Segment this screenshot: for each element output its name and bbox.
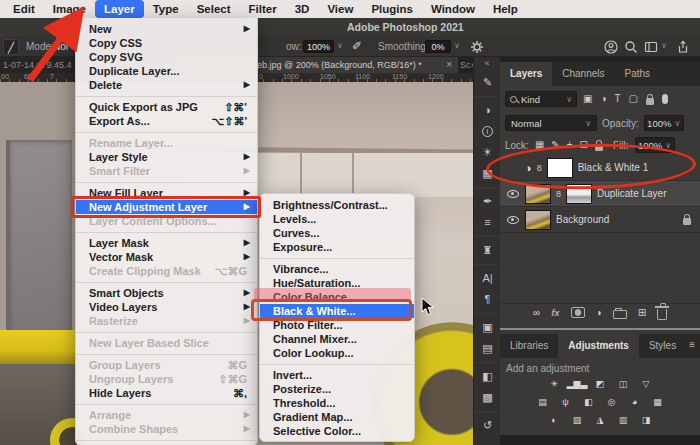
curves-adjustment-icon[interactable]: ◩	[592, 377, 608, 391]
visibility-toggle[interactable]	[505, 216, 520, 224]
menu-item-vibrance[interactable]: Vibrance...	[260, 262, 414, 276]
menu-item-levels[interactable]: Levels...	[260, 212, 414, 226]
channel-mixer-adjustment-icon[interactable]: ◕	[627, 395, 643, 409]
workspace-switcher-icon[interactable]	[644, 40, 658, 54]
airbrush-icon[interactable]: ✐	[352, 39, 362, 53]
new-group-icon[interactable]	[613, 307, 627, 319]
color-balance-adjustment-icon[interactable]: ψ	[558, 395, 574, 409]
photo-filter-adjustment-icon[interactable]: ◎	[604, 395, 620, 409]
account-icon[interactable]	[604, 40, 618, 54]
menu-item-duplicate-layer[interactable]: Duplicate Layer...	[76, 64, 257, 78]
menubar-item-window[interactable]: Window	[422, 0, 484, 18]
filter-toggle-pin[interactable]	[662, 94, 668, 104]
fill-field[interactable]: 100% ∨	[635, 137, 675, 153]
layer-row-black-white-1[interactable]: ◑ 8 Black & White 1	[500, 155, 700, 181]
menu-item-curves[interactable]: Curves...	[260, 226, 414, 240]
menubar-item-image[interactable]: Image	[44, 0, 95, 18]
menu-item-delete[interactable]: Delete▶	[76, 78, 257, 92]
brush-settings-panel-icon[interactable]: ✒	[474, 191, 501, 212]
layer-thumbnail[interactable]	[525, 210, 551, 230]
threshold-adjustment-icon[interactable]: ◮	[592, 413, 608, 427]
lock-artboard-icon[interactable]: ⊡	[580, 140, 588, 150]
brush-tool-preset-icon[interactable]: ╱	[3, 39, 19, 55]
posterize-adjustment-icon[interactable]: ▨	[569, 413, 585, 427]
share-icon[interactable]	[676, 40, 690, 54]
menubar-item-select[interactable]: Select	[188, 0, 240, 18]
tab-channels[interactable]: Channels	[552, 62, 614, 86]
flow-field[interactable]: 100%	[303, 40, 334, 53]
tab-layers[interactable]: Layers	[500, 62, 552, 86]
menu-item-layer-mask[interactable]: Layer Mask▶	[76, 236, 257, 250]
menu-item-black-white[interactable]: Black & White...	[260, 304, 414, 318]
selective-color-adjustment-icon[interactable]: ◨	[638, 413, 654, 427]
tab-adjustments[interactable]: Adjustments	[558, 334, 639, 358]
link-layers-icon[interactable]: ∞	[533, 308, 540, 318]
menu-item-new-fill-layer[interactable]: New Fill Layer▶	[76, 186, 257, 200]
levels-adjustment-icon[interactable]: ▂▆▃	[569, 377, 585, 391]
layer-name[interactable]: Black & White 1	[578, 162, 649, 173]
brightness-contrast-adjustment-icon[interactable]: ☀	[546, 377, 562, 391]
menu-item-color-balance[interactable]: Color Balance...	[260, 290, 414, 304]
layer-name[interactable]: Duplicate Layer	[597, 188, 666, 199]
lock-all-icon[interactable]	[595, 140, 603, 151]
menu-item-photo-filter[interactable]: Photo Filter...	[260, 318, 414, 332]
history-panel-icon[interactable]: ↺	[474, 415, 501, 436]
workspace-chevron-icon[interactable]: ∨	[661, 41, 667, 50]
menu-item-smart-objects[interactable]: Smart Objects▶	[76, 286, 257, 300]
filter-adjustment-layers-icon[interactable]: ◑	[600, 94, 606, 104]
menubar-item-edit[interactable]: Edit	[4, 0, 44, 18]
new-adjustment-layer-icon[interactable]: ◑	[596, 308, 602, 318]
menu-item-posterize[interactable]: Posterize...	[260, 382, 414, 396]
filter-type-layers-icon[interactable]: T	[615, 94, 621, 104]
document-tab-more[interactable]: Sc	[460, 57, 471, 73]
exposure-adjustment-icon[interactable]: ◫	[615, 377, 631, 391]
menu-item-exposure[interactable]: Exposure...	[260, 240, 414, 254]
layer-filter-kind-field[interactable]: Kind ∨	[505, 91, 577, 107]
mask-link-icon[interactable]: 8	[537, 163, 542, 173]
menu-item-copy-css[interactable]: Copy CSS	[76, 36, 257, 50]
menu-item-hue-saturation[interactable]: Hue/Saturation...	[260, 276, 414, 290]
tab-close-icon[interactable]: ×	[446, 57, 452, 73]
new-layer-icon[interactable]: ⊞	[638, 308, 646, 318]
color-panel-icon[interactable]: ◑	[474, 100, 501, 121]
menubar-item-filter[interactable]: Filter	[240, 0, 286, 18]
layer-comps-panel-icon[interactable]: ▣	[474, 317, 501, 338]
panel-divider[interactable]	[500, 328, 700, 330]
info-panel-icon[interactable]: i	[474, 121, 501, 142]
menu-item-hide-layers[interactable]: Hide Layers⌘,	[76, 386, 257, 400]
invert-adjustment-icon[interactable]: ◐	[546, 413, 562, 427]
menu-item-quick-export-as-jpg[interactable]: Quick Export as JPG⇧⌘'	[76, 100, 257, 114]
search-icon[interactable]	[624, 40, 638, 54]
smoothing-field[interactable]: 0%	[425, 40, 451, 53]
gradient-map-adjustment-icon[interactable]: ▥	[615, 413, 631, 427]
visibility-toggle[interactable]	[505, 190, 520, 198]
lock-image-pixels-icon[interactable]: ✎	[551, 140, 559, 150]
menu-item-brightness-contrast[interactable]: Brightness/Contrast...	[260, 198, 414, 212]
layer-effects-icon[interactable]: fx	[551, 307, 559, 318]
paragraph-panel-icon[interactable]: ¶	[474, 289, 501, 310]
lock-transparent-pixels-icon[interactable]: ▦	[535, 140, 544, 150]
layer-row-background[interactable]: Background	[500, 207, 700, 233]
menubar-item-plugins[interactable]: Plugins	[362, 0, 422, 18]
black-white-adjustment-icon[interactable]: ◧	[581, 395, 597, 409]
mode-value[interactable]: Nor	[53, 41, 69, 52]
menu-item-threshold[interactable]: Threshold...	[260, 396, 414, 410]
settings-gear-icon[interactable]	[470, 40, 484, 54]
notes-panel-icon[interactable]: ▤	[474, 338, 501, 359]
patterns-panel-icon[interactable]: ▩	[474, 387, 501, 408]
clone-source-panel-icon[interactable]: ♜	[474, 240, 501, 261]
layer-mask-thumbnail[interactable]	[547, 158, 573, 178]
delete-layer-icon[interactable]	[657, 305, 667, 320]
menu-item-layer-style[interactable]: Layer Style▶	[76, 150, 257, 164]
menu-item-new[interactable]: New▶	[76, 22, 257, 36]
menubar-item-view[interactable]: View	[318, 0, 362, 18]
menu-item-selective-color[interactable]: Selective Color...	[260, 424, 414, 438]
layer-mask-thumbnail[interactable]	[566, 184, 592, 204]
opacity-field[interactable]: 100% ∨	[644, 115, 684, 131]
character-panel-icon[interactable]: A|	[474, 268, 501, 289]
history-brush-panel-icon[interactable]: ✎	[474, 72, 501, 93]
menu-item-copy-svg[interactable]: Copy SVG	[76, 50, 257, 64]
layer-row-duplicate-layer[interactable]: 8 Duplicate Layer	[500, 181, 700, 207]
menu-item-invert[interactable]: Invert...	[260, 368, 414, 382]
blend-mode-select[interactable]: Normal ∨	[505, 115, 597, 131]
